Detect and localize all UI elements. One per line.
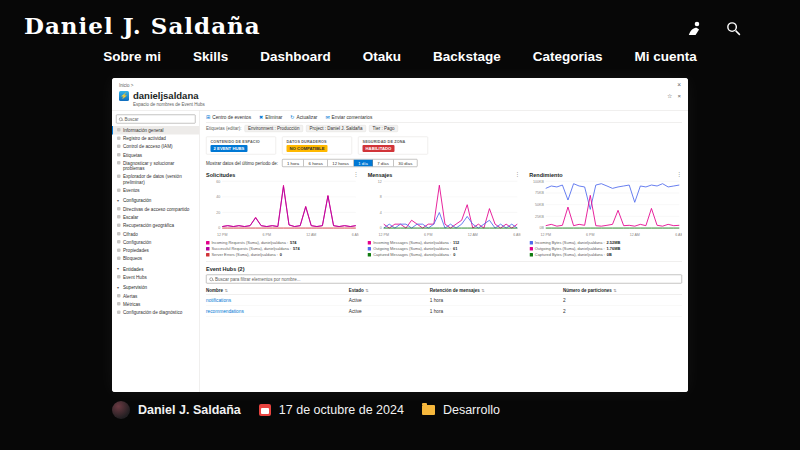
sidebar-group-supervision[interactable]: ▾Supervisión	[112, 283, 200, 291]
event-hub-link[interactable]: notifications	[206, 298, 349, 304]
sidebar-item-informacion-general[interactable]: Información general	[112, 126, 200, 134]
nav-skills[interactable]: Skills	[193, 49, 228, 64]
tile-contenido: CONTENIDO DE ESPACIO 2 EVENT HUBS	[206, 137, 276, 155]
sidebar-item-escalar[interactable]: Escalar	[112, 213, 200, 221]
delete-button[interactable]: ✖Eliminar	[259, 114, 282, 120]
tag-environment[interactable]: Environment : Producción	[245, 125, 304, 132]
breadcrumb-home[interactable]: Inicio	[119, 82, 130, 87]
chart-solicitudes[interactable]: Solicitudes⋮ 604020012 PM6 PM12 AM6 AM I…	[206, 171, 359, 258]
time-range-30-dias[interactable]: 30 días	[394, 160, 417, 167]
nav-otaku[interactable]: Otaku	[363, 49, 401, 64]
event-hub-link[interactable]: recommendations	[206, 309, 349, 315]
legend-swatch	[368, 247, 372, 251]
tag-project[interactable]: Project : Daniel J. Saldaña	[306, 125, 366, 132]
refresh-button[interactable]: ↻Actualizar	[290, 114, 317, 120]
table-row-recommendations[interactable]: recommendations Active 1 hora 2	[206, 306, 682, 317]
sidebar-item-label: Bloqueos	[123, 256, 142, 261]
nav-dashboard[interactable]: Dashboard	[260, 49, 331, 64]
sidebar-group-label: Entidades	[123, 266, 143, 271]
post-author[interactable]: Daniel J. Saldaña	[138, 403, 241, 417]
post-meta: Daniel J. Saldaña 17 de octubre de 2024 …	[112, 401, 688, 419]
svg-text:12 AM: 12 AM	[468, 233, 478, 237]
svg-text:6 PM: 6 PM	[263, 233, 271, 237]
col-particiones[interactable]: Número de particiones⇅	[563, 288, 682, 293]
sidebar-item-diagnosticar[interactable]: Diagnosticar y solucionar problemas	[112, 159, 200, 173]
legend-value: 574	[293, 246, 300, 252]
event-hub-button[interactable]: ⊞Centro de eventos	[206, 114, 251, 120]
sidebar-item-event-hubs[interactable]: Event Hubs	[112, 273, 200, 281]
feedback-button[interactable]: ✉Enviar comentarios	[325, 114, 372, 120]
post-featured-image[interactable]: Inicio > × ⚡ danieljsaldana ☆ × Espacio …	[112, 78, 688, 392]
partitions-cell: 2	[563, 298, 682, 304]
sidebar-item-configuracion[interactable]: Configuración	[112, 238, 200, 246]
nav-categorias[interactable]: Categorias	[533, 49, 603, 64]
feedback-icon: ✉	[325, 114, 329, 120]
site-logo[interactable]: Daniel J. Saldaña	[24, 12, 776, 39]
breadcrumb: Inicio > ×	[112, 78, 688, 89]
sidebar-item-directivas-acceso[interactable]: Directivas de acceso compartido	[112, 205, 200, 213]
close-blade-icon[interactable]: ×	[677, 81, 681, 89]
nav-mi-cuenta[interactable]: Mi cuenta	[634, 49, 696, 64]
svg-text:100KB: 100KB	[533, 180, 544, 184]
svg-text:12 AM: 12 AM	[306, 233, 316, 237]
sidebar-item-config-diagnostico[interactable]: Configuración de diagnóstico	[112, 308, 200, 316]
chart-rendimiento[interactable]: Rendimiento⋮ 100KB75KB50KB25KB0B12 PM6 P…	[529, 171, 682, 258]
event-hubs-filter-input[interactable]: Buscar para filtrar elementos por nombre…	[206, 275, 682, 284]
tags-label[interactable]: Etiquetas (editar):	[206, 126, 242, 131]
sidebar-item-control-acceso[interactable]: Control de acceso (IAM)	[112, 143, 200, 151]
col-nombre[interactable]: Nombre⇅	[206, 288, 349, 293]
svg-text:6 AM: 6 AM	[675, 233, 682, 237]
sidebar-item-registro-actividad[interactable]: Registro de actividad	[112, 134, 200, 142]
legend-swatch	[529, 253, 533, 257]
sidebar-item-eventos[interactable]: Eventos	[112, 186, 200, 194]
legend-label: Captured Bytes (Suma), danieljsaldana	[535, 252, 605, 258]
chart-mensajes[interactable]: Mensajes⋮ 1284012 PM6 PM12 AM6 AM Incomi…	[368, 171, 521, 258]
partitions-cell: 2	[563, 309, 682, 315]
sidebar-group-entidades[interactable]: ▾Entidades	[112, 265, 200, 273]
nav-sobre-mi[interactable]: Sobre mi	[103, 49, 161, 64]
time-range-7-dias[interactable]: 7 días	[373, 160, 394, 167]
time-range-1-dia[interactable]: 1 día	[354, 160, 373, 167]
chart-menu-icon[interactable]: ⋮	[353, 171, 359, 178]
geo-recovery-icon	[117, 223, 121, 227]
tag-tier[interactable]: Tier : Pago	[369, 125, 398, 132]
sidebar-item-label: Configuración de diagnóstico	[123, 310, 182, 315]
sidebar-item-label: Control de acceso (IAM)	[123, 144, 173, 149]
sidebar-item-etiquetas[interactable]: Etiquetas	[112, 151, 200, 159]
nav-backstage[interactable]: Backstage	[433, 49, 501, 64]
chart-menu-icon[interactable]: ⋮	[676, 171, 682, 178]
profile-icon[interactable]	[686, 20, 703, 41]
col-retencion[interactable]: Retención de mensajes⇅	[430, 288, 563, 293]
close-icon[interactable]: ×	[677, 93, 681, 100]
sidebar-item-recuperacion-geografica[interactable]: Recuperación geográfica	[112, 221, 200, 229]
sidebar-item-bloqueos[interactable]: Bloqueos	[112, 255, 200, 263]
delete-icon: ✖	[259, 114, 263, 120]
favorite-star-icon[interactable]: ☆	[667, 93, 672, 100]
time-range-1-hora[interactable]: 1 hora	[283, 160, 305, 167]
sidebar-item-explorador-datos[interactable]: Explorador de datos (versión preliminar)	[112, 173, 200, 187]
sidebar-item-metricas[interactable]: Métricas	[112, 300, 200, 308]
sidebar-item-label: Directivas de acceso compartido	[123, 206, 189, 211]
calendar-icon	[259, 404, 271, 416]
sidebar-item-cifrado[interactable]: Cifrado	[112, 230, 200, 238]
sidebar-item-propiedades[interactable]: Propiedades	[112, 246, 200, 254]
chart-legend: Incoming Messages (Suma), danieljsaldana…	[368, 240, 521, 258]
col-estado[interactable]: Estado⇅	[349, 288, 430, 293]
azure-portal: Inicio > × ⚡ danieljsaldana ☆ × Espacio …	[112, 78, 688, 392]
retention-cell: 1 hora	[430, 309, 563, 315]
legend-swatch	[368, 253, 372, 257]
sidebar-item-alertas[interactable]: Alertas	[112, 292, 200, 300]
table-header-row: Nombre⇅ Estado⇅ Retención de mensajes⇅ N…	[206, 286, 682, 296]
post-category[interactable]: Desarrollo	[443, 403, 500, 417]
avatar[interactable]	[112, 401, 130, 419]
sidebar-group-configuracion[interactable]: ▾Configuración	[112, 197, 200, 205]
chart-menu-icon[interactable]: ⋮	[515, 171, 521, 178]
search-icon[interactable]	[725, 20, 742, 41]
time-range-6-horas[interactable]: 6 horas	[304, 160, 328, 167]
time-range-12-horas[interactable]: 12 horas	[328, 160, 354, 167]
table-row-notifications[interactable]: notifications Active 1 hora 2	[206, 295, 682, 306]
svg-text:25KB: 25KB	[535, 215, 544, 219]
breadcrumb-separator: >	[131, 82, 134, 87]
tile-seguridad-zona: SEGURIDAD DE ZONA HABILITADO	[358, 137, 428, 155]
sidebar-search-input[interactable]: Buscar	[116, 115, 196, 124]
